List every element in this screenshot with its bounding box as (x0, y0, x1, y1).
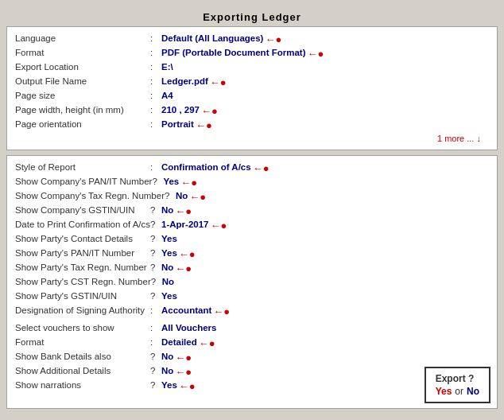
bottom-row: Show Company's GSTIN/UIN?No ←● (15, 205, 489, 218)
top-row: Export Location:E:\ (15, 62, 489, 75)
page-title: Exporting Ledger (203, 11, 301, 23)
arrow-icon[interactable]: ←● (175, 366, 192, 378)
row-label: Date to Print Confirmation of A/cs (15, 220, 150, 229)
row-label: Show narrations (15, 380, 150, 390)
export-yes[interactable]: Yes (436, 386, 452, 397)
arrow-icon[interactable]: ←● (213, 305, 230, 317)
row-question: ? (150, 220, 161, 229)
row-value: No (176, 191, 188, 200)
row-label: Page size (15, 91, 150, 100)
row-question: ? (152, 177, 163, 186)
bottom-row: Show Party's Contact Details?Yes (15, 234, 489, 247)
row-colon: : (150, 162, 161, 172)
arrow-icon[interactable]: ←● (210, 76, 227, 88)
row-question: ? (150, 366, 161, 375)
row-label: Show Party's CST Regn. Number (15, 277, 151, 286)
row-label: Export Location (15, 62, 150, 72)
arrow-icon[interactable]: ←● (265, 33, 281, 45)
row-label: Show Party's Tax Regn. Number (15, 262, 150, 272)
row-colon: : (150, 62, 161, 72)
bottom-row: Show Company's PAN/IT Number?Yes ←● (15, 177, 489, 189)
bottom-row: Designation of Signing Authority:Account… (15, 305, 489, 318)
row-label: Show Company's GSTIN/UIN (15, 205, 150, 215)
row-colon: : (150, 323, 161, 332)
arrow-icon[interactable]: ←● (210, 220, 227, 231)
row-value: PDF (Portable Document Format) (161, 48, 305, 57)
row-label: Format (15, 48, 150, 57)
row-label: Show Party's Contact Details (15, 234, 150, 243)
row-value: No (161, 205, 173, 215)
row-label: Show Company's Tax Regn. Number (15, 191, 165, 200)
arrow-icon[interactable]: ←● (253, 162, 269, 174)
row-label: Show Party's PAN/IT Number (15, 248, 150, 258)
arrow-icon[interactable]: ←● (196, 119, 212, 131)
row-value: Detailed (161, 337, 197, 347)
bottom-section: Style of Report:Confirmation of A/cs ←●S… (6, 155, 498, 409)
row-label: Language (15, 33, 150, 43)
arrow-icon[interactable]: ←● (189, 191, 206, 203)
row-colon: : (150, 305, 161, 315)
arrow-icon[interactable]: ←● (175, 262, 192, 274)
row-question: ? (150, 248, 161, 258)
row-colon: : (150, 119, 161, 129)
export-no[interactable]: No (467, 386, 479, 397)
row-label: Page orientation (15, 119, 150, 129)
row-label: Show Company's PAN/IT Number (15, 177, 152, 186)
row-value: No (162, 277, 174, 286)
export-or: or (455, 386, 463, 397)
row-value: Yes (161, 291, 177, 301)
bottom-row: Format:Detailed ←● (15, 337, 489, 350)
row-value: Yes (161, 234, 177, 243)
row-colon: : (150, 76, 161, 86)
arrow-icon[interactable]: ←● (175, 205, 192, 217)
row-question: ? (150, 262, 161, 272)
row-value: Ledger.pdf (161, 76, 208, 86)
arrow-icon[interactable]: ←● (199, 337, 215, 349)
row-value: Portrait (161, 119, 194, 129)
row-label: Designation of Signing Authority (15, 305, 150, 315)
arrow-icon[interactable]: ←● (201, 105, 218, 117)
row-value: Default (All Languages) (161, 33, 263, 43)
bottom-row: Show Bank Details also?No ←● (15, 352, 489, 364)
bottom-row: Style of Report:Confirmation of A/cs ←● (15, 162, 489, 175)
top-row: Language:Default (All Languages) ←● (15, 33, 489, 46)
bottom-row: Show narrations?Yes ←● (15, 380, 489, 393)
row-label: Page width, height (in mm) (15, 105, 150, 115)
export-label: Export ? (436, 373, 475, 384)
row-value: No (161, 352, 173, 361)
row-question: ? (165, 191, 176, 200)
row-question: ? (150, 352, 161, 361)
arrow-icon[interactable]: ←● (180, 177, 197, 189)
row-label: Format (15, 337, 150, 347)
export-box: Export ? Yes or No (425, 367, 490, 403)
row-value: Accountant (161, 305, 211, 315)
bottom-row: Show Company's Tax Regn. Number?No ←● (15, 191, 489, 204)
bottom-row: Date to Print Confirmation of A/cs?1-Apr… (15, 220, 489, 232)
row-value: 210 , 297 (161, 105, 200, 115)
row-value: No (161, 366, 173, 375)
arrow-icon[interactable]: ←● (179, 380, 196, 392)
row-colon: : (150, 105, 161, 115)
bottom-row: Show Party's CST Regn. Number?No (15, 277, 489, 290)
top-row: Format:PDF (Portable Document Format) ←● (15, 48, 489, 60)
top-row: Page width, height (in mm):210 , 297 ←● (15, 105, 489, 118)
row-value: Confirmation of A/cs (161, 162, 251, 172)
bottom-row: Show Party's PAN/IT Number?Yes ←● (15, 248, 489, 261)
top-row: Output File Name:Ledger.pdf ←● (15, 76, 489, 89)
row-value: Yes (161, 380, 177, 390)
row-value: Yes (161, 248, 177, 258)
more-link[interactable]: 1 more ... ↓ (15, 134, 481, 143)
top-row: Page size:A4 (15, 91, 489, 103)
row-label: Output File Name (15, 76, 150, 86)
row-label: Select vouchers to show (15, 323, 150, 332)
bottom-row: Select vouchers to show:All Vouchers (15, 323, 489, 336)
arrow-icon[interactable]: ←● (179, 248, 196, 260)
row-value: Yes (163, 177, 179, 186)
row-question: ? (150, 380, 161, 390)
arrow-icon[interactable]: ←● (175, 352, 192, 364)
bottom-row: Show Party's GSTIN/UIN?Yes (15, 291, 489, 304)
row-value: E:\ (161, 62, 173, 72)
row-label: Show Party's GSTIN/UIN (15, 291, 150, 301)
arrow-icon[interactable]: ←● (307, 48, 324, 60)
top-row: Page orientation:Portrait ←● (15, 119, 489, 132)
